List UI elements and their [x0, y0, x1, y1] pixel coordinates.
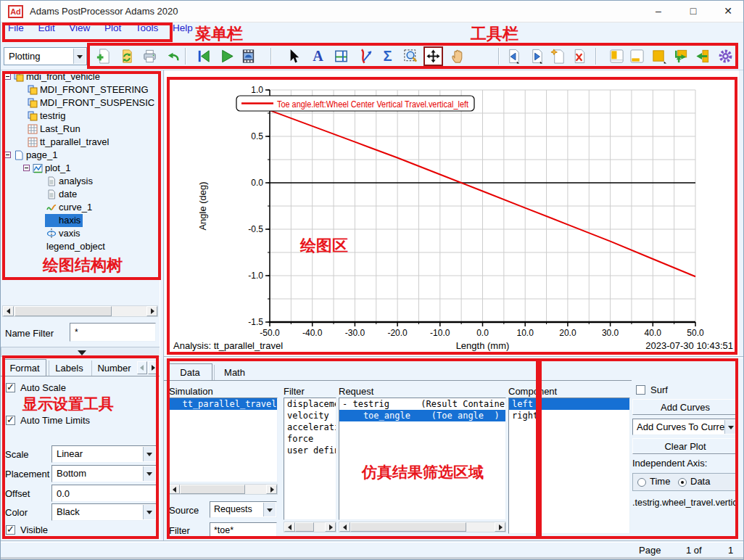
scroll-left-icon[interactable] [339, 522, 350, 532]
simulation-scrollbar[interactable] [168, 484, 278, 495]
tree-horizontal-scrollbar[interactable] [2, 305, 158, 317]
chevron-down-icon[interactable] [73, 49, 86, 64]
plot-canvas[interactable]: -50.0-40.0-30.0-20.0-10.00.010.020.030.0… [165, 70, 739, 356]
tab-scroll-left-icon[interactable] [137, 361, 147, 374]
color-combobox[interactable]: Black [51, 503, 157, 521]
sum-sigma-icon[interactable]: Σ [378, 46, 397, 66]
curve-edit-icon[interactable] [356, 46, 376, 66]
scroll-left-icon[interactable] [284, 522, 295, 532]
list-item[interactable]: tt_parallel_travel [169, 398, 277, 410]
expander-minus-icon[interactable] [23, 165, 30, 171]
create-page-icon[interactable] [548, 46, 568, 66]
tree-item[interactable]: page_1 [1, 149, 160, 162]
tree-item[interactable]: Last_Run [1, 123, 160, 136]
panel-divider[interactable] [160, 70, 164, 541]
tree-item[interactable]: vaxis [1, 227, 160, 240]
list-item[interactable]: acceleration [284, 421, 336, 433]
tree-item-label[interactable]: haxis [45, 214, 83, 227]
tree-item[interactable]: mdi_front_vehicle [1, 70, 160, 83]
tree-item-label[interactable]: tt_parallel_travel [26, 136, 111, 149]
tree-item-label[interactable]: page_1 [12, 149, 59, 162]
chevron-down-icon[interactable] [724, 420, 737, 434]
tab-format[interactable]: Format [3, 359, 46, 376]
collapse-bar[interactable] [1, 347, 160, 357]
tree-item-label[interactable]: testrig [26, 110, 67, 123]
scroll-right-icon[interactable] [146, 306, 157, 316]
surf-checkbox[interactable] [636, 385, 645, 395]
filter-type-list[interactable]: displacementvelocityaccelerationforceuse… [284, 398, 336, 520]
tab-data[interactable]: Data [168, 363, 212, 381]
tree-item-label[interactable]: date [45, 188, 79, 201]
list-item[interactable]: user defined [284, 445, 336, 456]
list-item[interactable]: left [509, 398, 629, 410]
data-radio-label[interactable]: Data [690, 476, 710, 487]
tree-item-label[interactable]: curve_1 [45, 201, 94, 214]
tree-item[interactable]: MDI_FRONT_SUSPENSIC [1, 96, 160, 110]
layout-left-icon[interactable] [607, 46, 627, 66]
tab-number[interactable]: Number [91, 361, 136, 376]
animation-icon[interactable] [239, 46, 258, 66]
tree-item[interactable]: haxis [1, 214, 160, 227]
menu-plot[interactable]: Plot [104, 22, 121, 33]
expander-minus-icon[interactable] [4, 152, 11, 158]
print-icon[interactable] [140, 46, 160, 66]
tree-item-label[interactable]: Last_Run [26, 123, 83, 136]
time-radio-label[interactable]: Time [650, 476, 670, 487]
scroll-right-icon[interactable] [266, 485, 277, 494]
expander-minus-icon[interactable] [4, 73, 11, 80]
plot-tool-icon[interactable] [331, 46, 351, 66]
tab-labels[interactable]: Labels [49, 361, 89, 376]
text-tool-icon[interactable]: A [308, 46, 328, 66]
list-item[interactable]: - testrig (Result Container [339, 398, 505, 410]
menu-edit[interactable]: Edit [38, 22, 54, 33]
maximize-button[interactable]: □ [677, 1, 709, 22]
tree-item-label[interactable]: legend_object [45, 240, 107, 253]
skip-to-start-icon[interactable] [194, 46, 213, 66]
placement-combobox[interactable]: Bottom [51, 465, 157, 482]
list-item[interactable]: velocity [284, 410, 336, 421]
clear-plot-button[interactable]: Clear Plot [632, 438, 738, 454]
list-item[interactable]: force [284, 433, 336, 445]
source-combobox[interactable]: Requests [210, 501, 277, 518]
swap-view-icon[interactable] [671, 46, 690, 66]
tree-item-label[interactable]: plot_1 [31, 162, 73, 175]
settings-gear-icon[interactable] [716, 46, 735, 66]
filter-scrollbar[interactable] [284, 522, 336, 532]
delete-page-icon[interactable] [569, 46, 589, 66]
menu-view[interactable]: View [69, 22, 90, 33]
request-list[interactable]: - testrig (Result Container toe_angle (T… [339, 398, 506, 520]
tree-item-label[interactable]: analysis [45, 175, 95, 188]
play-icon[interactable] [217, 46, 236, 66]
tab-scroll-right-icon[interactable] [148, 361, 158, 374]
pan-hand-icon[interactable] [448, 46, 468, 66]
layout-full-icon[interactable] [649, 46, 669, 66]
component-list[interactable]: leftright [508, 398, 630, 534]
scroll-right-icon[interactable] [325, 522, 336, 532]
close-button[interactable]: ✕ [712, 1, 744, 22]
scroll-left-icon[interactable] [169, 485, 180, 494]
simulation-list[interactable]: tt_parallel_travel [168, 398, 278, 482]
filter-input[interactable] [210, 522, 277, 538]
data-radio[interactable] [678, 478, 687, 487]
offset-input[interactable] [51, 485, 157, 502]
list-item[interactable]: toe_angle (Toe angle ) [339, 410, 505, 421]
tree-item-label[interactable]: MDI_FRONT_STEERING [26, 83, 151, 96]
mode-selector[interactable]: Plotting [4, 47, 87, 65]
auto-scale-checkbox[interactable] [6, 383, 15, 392]
scale-combobox[interactable]: Linear [51, 445, 157, 463]
chevron-down-icon[interactable] [263, 503, 276, 516]
add-mode-combobox[interactable]: Add Curves To Curren [632, 419, 738, 435]
new-page-icon[interactable] [94, 46, 113, 66]
tree-item[interactable]: MDI_FRONT_STEERING [1, 83, 160, 96]
request-scrollbar[interactable] [339, 522, 506, 532]
add-curves-button[interactable]: Add Curves [632, 399, 738, 415]
visible-checkbox[interactable] [6, 525, 15, 535]
time-radio[interactable] [637, 478, 646, 487]
minimize-button[interactable]: – [642, 1, 674, 22]
tab-math[interactable]: Math [214, 365, 255, 381]
auto-time-limits-checkbox[interactable] [6, 416, 15, 425]
chevron-down-icon[interactable] [143, 505, 155, 519]
scroll-right-icon[interactable] [495, 522, 505, 532]
move-view-icon[interactable] [423, 46, 443, 66]
list-item[interactable]: right [509, 410, 629, 421]
